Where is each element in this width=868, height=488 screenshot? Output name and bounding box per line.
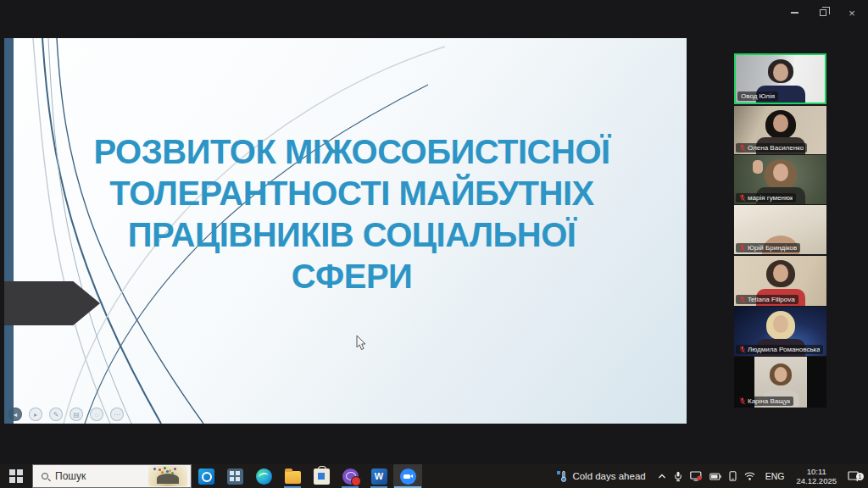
zoom-slide-button[interactable]: ◌ bbox=[90, 408, 103, 421]
restore-button[interactable] bbox=[809, 3, 837, 22]
participant-name-label: марія гуменюк bbox=[736, 193, 796, 202]
participant-tile[interactable]: марія гуменюк bbox=[734, 155, 826, 204]
previous-slide-button[interactable]: ◂ bbox=[8, 408, 22, 421]
participant-tile[interactable]: Tetiana Filipova bbox=[734, 256, 826, 306]
wifi-tray-button[interactable] bbox=[741, 464, 760, 488]
outlook-icon bbox=[198, 469, 214, 485]
action-center-button[interactable]: 1 bbox=[843, 471, 868, 482]
close-button[interactable]: × bbox=[837, 3, 866, 22]
tray-date: 24.12.2025 bbox=[796, 476, 837, 485]
mouse-cursor bbox=[356, 336, 368, 351]
screen-share-tray-button[interactable] bbox=[687, 464, 706, 488]
system-tray: Cold days ahead ENG 10:11 24.12.2025 1 bbox=[548, 464, 868, 488]
window-controls: × bbox=[780, 3, 866, 22]
participant-name-label: Каріна Ващук bbox=[736, 396, 793, 406]
notification-badge: 1 bbox=[856, 473, 864, 480]
viber-icon bbox=[342, 469, 359, 485]
pen-tool-button[interactable]: ✎ bbox=[49, 408, 63, 421]
calculator-icon bbox=[227, 469, 243, 485]
phone-icon bbox=[729, 471, 737, 481]
weather-widget[interactable]: Cold days ahead bbox=[548, 470, 654, 482]
participant-tile[interactable]: Олена Василенко bbox=[734, 106, 826, 154]
microphone-tray-button[interactable] bbox=[670, 464, 687, 488]
minimize-button[interactable] bbox=[780, 3, 809, 22]
all-slides-button[interactable]: ▤ bbox=[70, 408, 83, 421]
title-line-2: ТОЛЕРАНТНОСТІ МАЙБУТНІХ bbox=[47, 173, 657, 214]
windows-logo-icon bbox=[9, 469, 23, 483]
clock[interactable]: 10:11 24.12.2025 bbox=[790, 467, 843, 486]
start-button[interactable] bbox=[0, 464, 32, 488]
screen-share-icon bbox=[690, 471, 702, 481]
search-icon bbox=[42, 473, 48, 480]
file-explorer-icon bbox=[285, 471, 301, 484]
muted-mic-icon bbox=[739, 194, 746, 202]
minimize-icon bbox=[791, 12, 798, 14]
wifi-icon bbox=[744, 472, 755, 480]
zoom-icon bbox=[400, 469, 416, 485]
next-slide-button[interactable]: ▸ bbox=[29, 408, 42, 421]
phone-link-tray-button[interactable] bbox=[726, 464, 741, 488]
taskbar-app-zoom[interactable] bbox=[393, 464, 422, 488]
restore-icon bbox=[820, 9, 826, 16]
edge-icon bbox=[256, 469, 272, 485]
search-placeholder: Пошук bbox=[55, 470, 142, 482]
taskbar-app-edge[interactable] bbox=[249, 464, 278, 488]
participant-name-label: Олена Василенко bbox=[736, 143, 807, 152]
store-icon bbox=[314, 469, 330, 485]
microphone-icon bbox=[674, 471, 682, 482]
participant-name-label: Овод Юлія bbox=[737, 92, 778, 101]
show-hidden-icons-button[interactable] bbox=[654, 464, 670, 488]
pinned-apps: W bbox=[192, 464, 422, 488]
muted-mic-icon bbox=[739, 244, 746, 252]
search-highlight-image[interactable] bbox=[148, 466, 187, 486]
participant-tile[interactable]: Людмила Романовська bbox=[734, 307, 826, 356]
battery-icon bbox=[709, 473, 721, 480]
taskbar: Пошук W Cold days ahead bbox=[0, 464, 868, 488]
title-line-1: РОЗВИТОК МІЖОСОБИСТІСНОЇ bbox=[47, 131, 657, 173]
weather-text: Cold days ahead bbox=[572, 471, 645, 481]
slide-left-band bbox=[4, 38, 14, 424]
title-line-4: СФЕРИ bbox=[47, 256, 657, 297]
search-box[interactable]: Пошук bbox=[32, 464, 192, 488]
thermometer-icon bbox=[557, 470, 567, 482]
participant-tile[interactable]: Юрій Бриндіков bbox=[734, 205, 826, 254]
muted-mic-icon bbox=[739, 296, 746, 303]
taskbar-app-word[interactable]: W bbox=[364, 464, 393, 488]
shared-slide: РОЗВИТОК МІЖОСОБИСТІСНОЇ ТОЛЕРАНТНОСТІ М… bbox=[4, 38, 687, 424]
taskbar-app-store[interactable] bbox=[307, 464, 336, 488]
slide-title: РОЗВИТОК МІЖОСОБИСТІСНОЇ ТОЛЕРАНТНОСТІ М… bbox=[47, 131, 657, 297]
participant-tile[interactable]: Каріна Ващук bbox=[734, 357, 826, 408]
participant-name-label: Людмила Романовська bbox=[736, 345, 823, 354]
taskbar-app-outlook[interactable] bbox=[192, 464, 220, 488]
slideshow-controls: ◂ ▸ ✎ ▤ ◌ ⋯ bbox=[8, 408, 124, 421]
muted-mic-icon bbox=[739, 144, 746, 152]
taskbar-app-calculator[interactable] bbox=[220, 464, 249, 488]
chevron-up-icon bbox=[658, 473, 666, 480]
tray-time: 10:11 bbox=[796, 467, 837, 476]
title-line-3: ПРАЦІВНИКІВ СОЦІАЛЬНОЇ bbox=[47, 214, 657, 256]
participant-tile[interactable]: Овод Юлія bbox=[734, 53, 826, 104]
participant-name-label: Юрій Бриндіков bbox=[736, 243, 800, 252]
taskbar-app-viber[interactable] bbox=[336, 464, 364, 488]
taskbar-app-file-explorer[interactable] bbox=[278, 464, 307, 488]
battery-tray-button[interactable] bbox=[706, 464, 726, 488]
participant-name-label: Tetiana Filipova bbox=[736, 295, 798, 304]
muted-mic-icon bbox=[739, 346, 746, 353]
more-options-button[interactable]: ⋯ bbox=[110, 408, 124, 421]
word-icon: W bbox=[371, 469, 387, 485]
language-indicator[interactable]: ENG bbox=[760, 471, 791, 481]
muted-mic-icon bbox=[739, 397, 746, 405]
